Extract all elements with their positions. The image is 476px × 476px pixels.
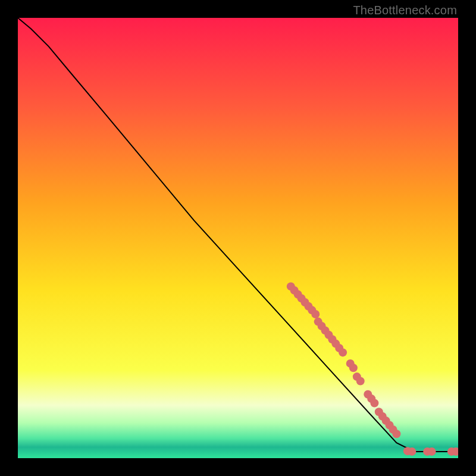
data-marker — [392, 430, 400, 438]
chart-overlay — [18, 18, 458, 458]
data-marker — [349, 364, 358, 372]
data-marker — [428, 447, 436, 456]
data-marker — [370, 399, 378, 408]
data-marker — [311, 310, 320, 318]
data-marker — [408, 447, 416, 456]
data-marker — [339, 348, 347, 356]
watermark-text: TheBottleneck.com — [353, 4, 457, 17]
chart-frame: TheBottleneck.com — [0, 0, 476, 476]
marker-group — [287, 282, 458, 456]
data-marker — [356, 377, 365, 386]
curve-line — [18, 18, 458, 452]
plot-area — [18, 18, 458, 458]
